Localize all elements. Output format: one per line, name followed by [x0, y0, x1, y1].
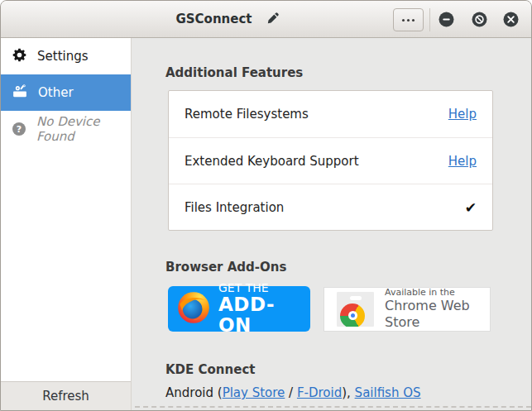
menu-button[interactable] — [393, 8, 424, 31]
sidebar-item-label: No Device Found — [36, 114, 131, 144]
sidebar-item-label: Settings — [37, 49, 89, 64]
main-content: Additional Features Remote Filesystems H… — [132, 38, 531, 410]
sailfish-link[interactable]: Sailfish OS — [355, 385, 421, 400]
gear-icon — [12, 48, 26, 65]
feature-label: Files Integration — [185, 200, 284, 215]
firefox-badge-text: GET THE ADD-ON — [218, 282, 304, 336]
play-store-link[interactable]: Play Store — [223, 385, 285, 400]
sidebar: Settings Other ? No Device Found Refresh — [1, 38, 132, 410]
feature-label: Extended Keyboard Support — [185, 154, 359, 169]
minimize-icon — [439, 17, 454, 30]
kde-prefix: Android ( — [165, 385, 223, 400]
gsconnect-window: GSConnect — [0, 0, 532, 411]
chrome-webstore-badge[interactable]: Available in the Chrome Web Store — [324, 287, 491, 332]
sidebar-item-label: Other — [38, 85, 74, 100]
window-title: GSConnect — [175, 12, 252, 26]
help-link[interactable]: Help — [448, 154, 477, 169]
titlebar[interactable]: GSConnect — [1, 1, 531, 38]
chrome-badge-line1: Available in the — [385, 287, 485, 299]
kde-close-paren: ), — [342, 385, 354, 400]
feature-row-remote-filesystems: Remote Filesystems Help — [169, 91, 492, 137]
features-listbox: Remote Filesystems Help Extended Keyboar… — [168, 90, 493, 231]
firefox-badge-line2: ADD-ON — [218, 294, 304, 336]
kde-separator: / — [285, 385, 297, 400]
chrome-logo-icon — [337, 292, 374, 327]
scroll-undershoot-indicator — [135, 406, 531, 408]
firefox-addon-badge[interactable]: GET THE ADD-ON — [168, 286, 310, 332]
firefox-badge-line1: GET THE — [218, 282, 304, 294]
section-heading-additional-features: Additional Features — [165, 65, 531, 80]
rename-button[interactable] — [265, 10, 281, 29]
chrome-badge-text: Available in the Chrome Web Store — [385, 287, 485, 332]
section-heading-browser-addons: Browser Add-Ons — [165, 260, 531, 275]
maximize-icon — [472, 17, 487, 30]
sidebar-item-settings[interactable]: Settings — [1, 38, 131, 74]
toolbox-icon — [12, 84, 27, 102]
check-icon: ✔ — [465, 199, 477, 216]
close-icon — [503, 17, 519, 30]
fdroid-link[interactable]: F-Droid — [297, 385, 342, 400]
feature-row-files-integration: Files Integration ✔ — [169, 184, 492, 230]
close-button[interactable] — [503, 12, 519, 27]
question-icon: ? — [12, 122, 26, 136]
sidebar-item-no-device: ? No Device Found — [1, 111, 131, 147]
pencil-icon — [266, 12, 280, 27]
help-link[interactable]: Help — [448, 107, 477, 122]
refresh-button[interactable]: Refresh — [1, 381, 131, 410]
maximize-button[interactable] — [472, 12, 487, 27]
chrome-badge-line2: Chrome Web Store — [385, 298, 485, 331]
ellipsis-icon — [402, 19, 415, 22]
title-group: GSConnect — [34, 1, 423, 37]
sidebar-item-other[interactable]: Other — [1, 74, 131, 111]
titlebar-separator — [429, 8, 430, 31]
kde-connect-line: Android (Play Store / F-Droid), Sailfish… — [165, 385, 531, 400]
minimize-button[interactable] — [439, 12, 454, 27]
feature-label: Remote Filesystems — [185, 107, 309, 122]
firefox-logo-icon — [176, 290, 211, 328]
addon-badges: GET THE ADD-ON Available in the Chrome W… — [168, 286, 531, 332]
feature-row-extended-keyboard: Extended Keyboard Support Help — [169, 137, 492, 184]
section-heading-kde-connect: KDE Connect — [165, 362, 531, 377]
window-body: Settings Other ? No Device Found Refresh… — [1, 38, 531, 410]
